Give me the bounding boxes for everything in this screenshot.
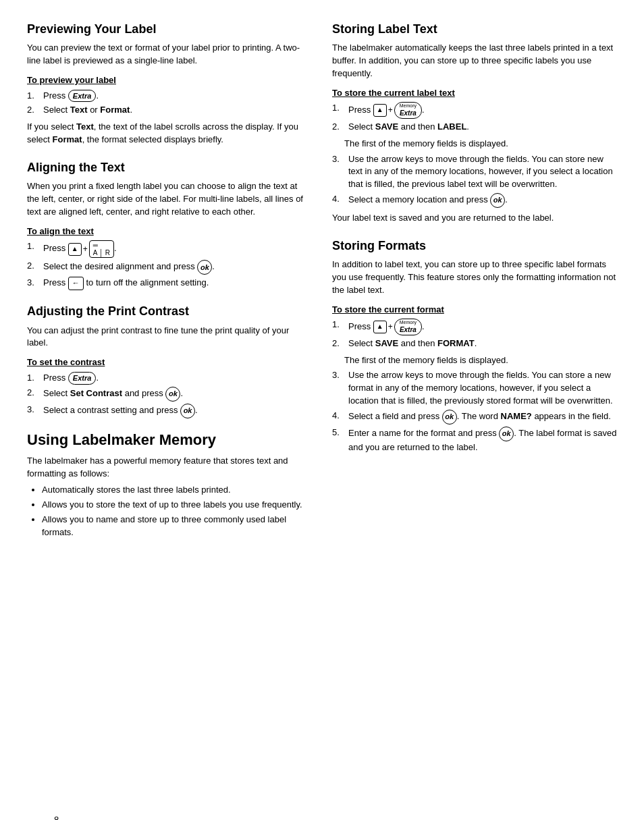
extra-key: Extra <box>68 372 97 384</box>
right-column: Storing Label Text The labelmaker automa… <box>332 20 617 543</box>
ok-key: ok <box>197 260 212 275</box>
list-item: Automatically stores the last three labe… <box>42 484 312 497</box>
list-item: 2. Select SAVE and then LABEL. <box>332 121 617 134</box>
step-num: 3. <box>27 404 41 418</box>
steps-contrast: 1. Press Extra. 2. Select Set Contrast a… <box>27 372 312 418</box>
steps-store-format-2: 3. Use the arrow keys to move through th… <box>332 369 617 454</box>
step-num: 2. <box>27 104 41 117</box>
list-item: 1. Press ▲ + Memory Extra . <box>332 319 617 335</box>
heading-storing-text: Storing Label Text <box>332 20 617 38</box>
list-item: 4. Select a memory location and press ok… <box>332 193 617 208</box>
heading-storing-formats: Storing Formats <box>332 237 617 254</box>
list-item: 2. Select Text or Format. <box>27 104 312 117</box>
body-memory: The labelmaker has a powerful memory fea… <box>27 455 312 481</box>
step-num: 1. <box>332 319 346 335</box>
steps-store-format: 1. Press ▲ + Memory Extra . <box>332 319 617 350</box>
list-item: 4. Select a field and press ok. The word… <box>332 410 617 425</box>
body-contrast: You can adjust the print contrast to fin… <box>27 325 312 350</box>
steps-align: 1. Press ▲ + ═A │ R . 2. Select th <box>27 240 312 290</box>
step-num: 4. <box>332 193 346 208</box>
list-item: 3. Use the arrow keys to move through th… <box>332 369 617 408</box>
ok-key: ok <box>442 410 457 425</box>
step-content: Press Extra. <box>43 90 312 103</box>
page-layout: Previewing Your Label You can preview th… <box>27 20 617 543</box>
list-item: 2. Select the desired alignment and pres… <box>27 260 312 275</box>
list-item: 1. Press ▲ + ═A │ R . <box>27 240 312 258</box>
step-content: Select a contrast setting and press ok. <box>43 404 312 418</box>
step-num: 1. <box>27 90 41 103</box>
plus-sign: + <box>83 244 88 255</box>
list-item: Allows you to name and store up to three… <box>42 514 312 539</box>
list-item: 3. Select a contrast setting and press o… <box>27 404 312 418</box>
page-wrapper: Previewing Your Label You can preview th… <box>27 20 617 820</box>
back-key: ← <box>68 277 84 290</box>
step-num: 4. <box>332 410 346 425</box>
subheading-align: To align the text <box>27 225 312 238</box>
step-content: Press ▲ + Memory Extra . <box>348 102 617 118</box>
step-num: 2. <box>27 260 41 275</box>
step-content: Press Extra. <box>43 372 312 385</box>
step-content: Use the arrow keys to move through the f… <box>348 153 617 192</box>
step-content: Select SAVE and then FORMAT. <box>348 337 617 350</box>
heading-aligning: Aligning the Text <box>27 159 312 176</box>
plus-sign: + <box>388 321 393 333</box>
heading-previewing: Previewing Your Label <box>27 20 312 38</box>
heading-memory: Using Labelmaker Memory <box>27 429 312 451</box>
step-content: Select the desired alignment and press o… <box>43 260 312 275</box>
steps-store-text: 1. Press ▲ + Memory Extra . <box>332 102 617 133</box>
step-num: 3. <box>332 153 346 192</box>
memory-extra-key2: Memory Extra <box>394 319 422 335</box>
step-content: Select Text or Format. <box>43 104 312 117</box>
ok-key: ok <box>499 427 514 441</box>
step-num: 2. <box>332 337 346 350</box>
list-item: 2. Select SAVE and then FORMAT. <box>332 337 617 350</box>
step-content: Select Set Contrast and press ok. <box>43 387 312 402</box>
ok-key: ok <box>165 387 180 402</box>
step-content: Use the arrow keys to move through the f… <box>348 369 617 408</box>
step-num: 5. <box>332 427 346 454</box>
arrow-up-key: ▲ <box>373 321 387 333</box>
step-content: Select a field and press ok. The word NA… <box>348 410 617 425</box>
body-storing-formats: In addition to label text, you can store… <box>332 258 617 297</box>
step-content: Press ▲ + Memory Extra . <box>348 319 617 335</box>
key-bottom-label: Extra <box>400 109 417 117</box>
left-column: Previewing Your Label You can preview th… <box>27 20 312 543</box>
list-item: 1. Press Extra. <box>27 90 312 103</box>
list-item: 2. Select Set Contrast and press ok. <box>27 387 312 402</box>
followup-store-text: Your label text is saved and you are ret… <box>332 212 617 225</box>
list-item: 1. Press ▲ + Memory Extra . <box>332 102 617 118</box>
indent-store-text: The first of the memory fields is displa… <box>332 138 617 151</box>
memory-extra-key: Memory Extra <box>394 102 422 118</box>
key-top-label: Memory <box>400 320 417 325</box>
align-key: ═A │ R <box>89 240 114 258</box>
step-num: 1. <box>27 372 41 385</box>
key-combo-align: ▲ + ═A │ R <box>68 240 114 258</box>
key-bottom-label: Extra <box>400 326 417 334</box>
followup-preview: If you select Text, the text of the labe… <box>27 121 312 146</box>
extra-key: Extra <box>68 90 97 102</box>
subheading-store-text: To store the current label text <box>332 87 617 100</box>
indent-store-format: The first of the memory fields is displa… <box>332 354 617 367</box>
list-item: 5. Enter a name for the format and press… <box>332 427 617 454</box>
subheading-store-format: To store the current format <box>332 304 617 317</box>
key-top-label: Memory <box>400 103 417 109</box>
ok-key: ok <box>490 193 505 208</box>
step-content: Enter a name for the format and press ok… <box>348 427 617 454</box>
heading-contrast: Adjusting the Print Contrast <box>27 302 312 320</box>
key-combo-memory: ▲ + Memory Extra <box>373 102 422 118</box>
steps-store-text-2: 3. Use the arrow keys to move through th… <box>332 153 617 209</box>
step-num: 3. <box>332 369 346 408</box>
step-content: Select SAVE and then LABEL. <box>348 121 617 134</box>
body-storing-text: The labelmaker automatically keeps the l… <box>332 42 617 80</box>
arrow-up-key: ▲ <box>68 243 82 256</box>
step-num: 3. <box>27 277 41 290</box>
ok-key: ok <box>180 404 195 418</box>
subheading-preview: To preview your label <box>27 74 312 87</box>
plus-sign: + <box>388 105 393 116</box>
key-combo-memory2: ▲ + Memory Extra <box>373 319 422 335</box>
step-content: Press ▲ + ═A │ R . <box>43 240 312 258</box>
list-item: 1. Press Extra. <box>27 372 312 385</box>
steps-preview: 1. Press Extra. 2. Select Text or Format… <box>27 90 312 117</box>
list-item: 3. Press ← to turn off the alignment set… <box>27 277 312 290</box>
list-item: Allows you to store the text of up to th… <box>42 499 312 512</box>
